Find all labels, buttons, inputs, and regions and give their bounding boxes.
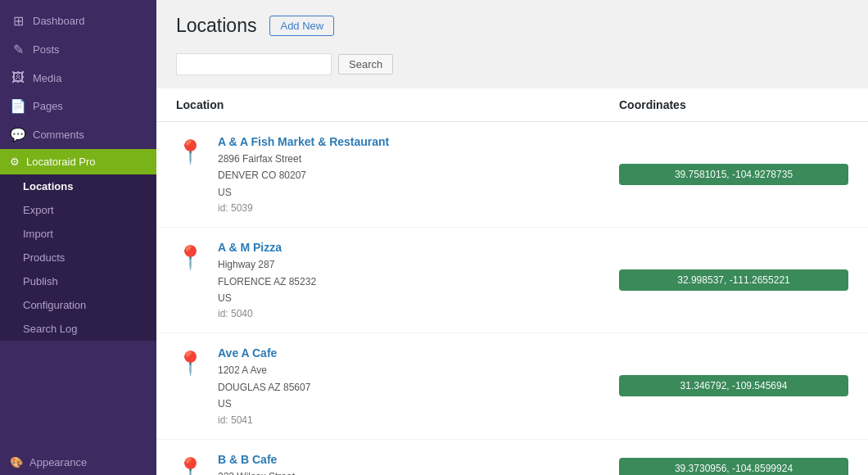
sidebar-item-appearance[interactable]: 🎨 Appearance [0, 450, 156, 475]
table-row: 📍 B & B Cafe 322 Wilcox Street 39.373095… [156, 440, 868, 475]
locatoraid-label: Locatoraid Pro [26, 156, 96, 168]
location-id: id: 5040 [218, 308, 316, 319]
col-location: Location [176, 98, 619, 111]
sidebar-item-media[interactable]: 🖼 Media [0, 64, 156, 92]
submenu-item-configuration[interactable]: Configuration [0, 293, 156, 317]
page-header: Locations Add New [156, 0, 868, 47]
sidebar-item-dashboard[interactable]: ⊞ Dashboard [0, 7, 156, 35]
location-left: 📍 A & M Pizza Highway 287 FLORENCE AZ 85… [176, 241, 619, 319]
coordinates-badge: 39.7581015, -104.9278735 [619, 164, 848, 185]
main-content: Locations Add New Search Location Coordi… [156, 0, 868, 475]
search-bar: Search [156, 47, 868, 88]
table-row: 📍 Ave A Cafe 1202 A Ave DOUGLAS AZ 85607… [156, 333, 868, 439]
sidebar-item-pages[interactable]: 📄 Pages [0, 92, 156, 120]
location-name[interactable]: Ave A Cafe [218, 346, 310, 360]
pin-icon: 📍 [176, 244, 205, 271]
submenu-item-export[interactable]: Export [0, 198, 156, 222]
page-title: Locations [176, 15, 256, 37]
submenu-item-products[interactable]: Products [0, 246, 156, 269]
location-left: 📍 A & A Fish Market & Restaurant 2896 Fa… [176, 135, 619, 214]
location-details: 322 Wilcox Street [218, 468, 295, 475]
dashboard-icon: ⊞ [10, 13, 26, 29]
sidebar-top-items: ⊞ Dashboard ✎ Posts 🖼 Media 📄 Pages 💬 Co… [0, 0, 156, 149]
address2: FLORENCE AZ 85232 [218, 276, 316, 287]
location-left: 📍 B & B Cafe 322 Wilcox Street [176, 453, 619, 475]
submenu-label: Search Log [23, 323, 78, 335]
sidebar-item-label: Posts [33, 43, 147, 56]
location-info: Ave A Cafe 1202 A Ave DOUGLAS AZ 85607 U… [218, 346, 310, 425]
submenu-item-locations[interactable]: Locations [0, 174, 156, 198]
submenu-label: Products [23, 251, 65, 264]
submenu-item-publish[interactable]: Publish [0, 269, 156, 293]
location-left: 📍 Ave A Cafe 1202 A Ave DOUGLAS AZ 85607… [176, 346, 619, 425]
posts-icon: ✎ [10, 42, 26, 57]
appearance-icon: 🎨 [10, 456, 23, 468]
location-info: B & B Cafe 322 Wilcox Street [218, 453, 295, 475]
sidebar-item-posts[interactable]: ✎ Posts [0, 35, 156, 64]
sidebar-item-label: Media [33, 72, 147, 84]
pin-icon: 📍 [176, 138, 205, 165]
locatoraid-icon: ⚙ [10, 156, 20, 168]
pin-icon: 📍 [176, 350, 205, 377]
location-name[interactable]: B & B Cafe [218, 453, 295, 466]
country: US [218, 187, 232, 198]
location-name[interactable]: A & A Fish Market & Restaurant [218, 135, 389, 148]
add-new-button[interactable]: Add New [269, 16, 334, 36]
submenu-label: Publish [23, 275, 58, 287]
location-name[interactable]: A & M Pizza [218, 241, 316, 254]
address1: Highway 287 [218, 259, 274, 270]
sidebar: ⊞ Dashboard ✎ Posts 🖼 Media 📄 Pages 💬 Co… [0, 0, 156, 475]
location-details: 1202 A Ave DOUGLAS AZ 85607 US [218, 362, 310, 412]
coordinates-badge: 32.998537, -111.2655221 [619, 269, 848, 291]
location-details: Highway 287 FLORENCE AZ 85232 US [218, 256, 316, 306]
table-header: Location Coordinates [156, 88, 868, 122]
media-icon: 🖼 [10, 70, 26, 85]
location-details: 2896 Fairfax Street DENVER CO 80207 US [218, 151, 389, 201]
submenu-label: Export [23, 204, 54, 216]
address1: 2896 Fairfax Street [218, 153, 301, 165]
col-coordinates: Coordinates [619, 98, 848, 111]
comments-icon: 💬 [10, 127, 26, 142]
sidebar-item-label: Dashboard [33, 15, 147, 27]
sidebar-item-locatoraid[interactable]: ⚙ Locatoraid Pro [0, 149, 156, 174]
country: US [218, 398, 232, 409]
sidebar-item-comments[interactable]: 💬 Comments [0, 120, 156, 149]
appearance-label: Appearance [29, 456, 87, 468]
address2: DENVER CO 80207 [218, 170, 306, 181]
pin-icon: 📍 [176, 456, 205, 475]
location-id: id: 5041 [218, 414, 310, 426]
sidebar-item-label: Comments [33, 129, 147, 141]
address1: 1202 A Ave [218, 364, 267, 376]
sidebar-item-label: Pages [33, 100, 147, 112]
coordinates-badge: 31.346792, -109.545694 [619, 375, 848, 396]
location-info: A & A Fish Market & Restaurant 2896 Fair… [218, 135, 389, 214]
address1: 322 Wilcox Street [218, 471, 295, 475]
submenu: Locations Export Import Products Publish… [0, 174, 156, 341]
content-area: Location Coordinates 📍 A & A Fish Market… [156, 88, 868, 475]
submenu-label: Import [23, 228, 53, 240]
location-id: id: 5039 [218, 202, 389, 214]
submenu-label: Configuration [23, 299, 86, 311]
search-button[interactable]: Search [338, 54, 393, 75]
coordinates-badge: 39.3730956, -104.8599924 [619, 458, 848, 475]
submenu-label: Locations [23, 180, 73, 192]
table-row: 📍 A & M Pizza Highway 287 FLORENCE AZ 85… [156, 228, 868, 333]
address2: DOUGLAS AZ 85607 [218, 382, 310, 393]
table-row: 📍 A & A Fish Market & Restaurant 2896 Fa… [156, 122, 868, 228]
country: US [218, 292, 232, 304]
pages-icon: 📄 [10, 98, 26, 114]
search-input[interactable] [176, 53, 332, 75]
location-info: A & M Pizza Highway 287 FLORENCE AZ 8523… [218, 241, 316, 319]
submenu-item-import[interactable]: Import [0, 222, 156, 246]
submenu-item-searchlog[interactable]: Search Log [0, 317, 156, 341]
